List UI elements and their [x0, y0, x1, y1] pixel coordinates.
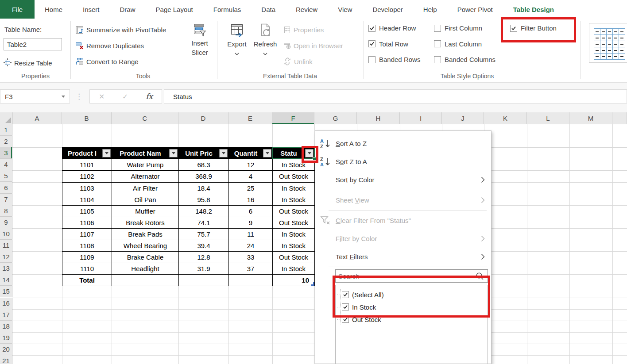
table-cell[interactable]: 31.9	[178, 263, 229, 275]
table-cell[interactable]: In Stock	[272, 159, 315, 171]
table-cell[interactable]: Out Stock	[272, 251, 315, 263]
column-header-partial[interactable]	[612, 112, 627, 124]
table-cell[interactable]: Out Stock	[272, 170, 315, 182]
export-dropdown-chevron[interactable]	[235, 49, 239, 57]
insert-slicer-button[interactable]: Insert Slicer	[186, 23, 213, 57]
table-cell[interactable]: 75.7	[178, 228, 229, 240]
column-header-m[interactable]: M	[569, 112, 612, 124]
remove-duplicates-button[interactable]: Remove Duplicates	[75, 41, 144, 50]
filter-button-unit-pric[interactable]	[219, 149, 228, 157]
enter-icon[interactable]: ✓	[122, 92, 128, 101]
table-cell[interactable]: 24	[228, 240, 273, 252]
table-cell[interactable]: Headlight	[112, 263, 179, 275]
row-header-6[interactable]: 6	[0, 182, 12, 194]
resize-table-button[interactable]: Resize Table	[4, 58, 52, 68]
name-box[interactable]: F3	[0, 89, 70, 103]
banded-rows-checkbox[interactable]	[368, 56, 375, 63]
row-header-21[interactable]: 21	[0, 355, 12, 364]
table-cell[interactable]: 1109	[62, 251, 112, 263]
table-cell[interactable]	[228, 274, 273, 286]
table-cell[interactable]: 12	[228, 159, 273, 171]
header-row-checkbox[interactable]	[368, 25, 375, 32]
menu-item-sort-a-to-z[interactable]: AZSort A to Z	[315, 134, 491, 153]
row-header-20[interactable]: 20	[0, 344, 12, 355]
row-header-14[interactable]: 14	[0, 274, 12, 286]
table-cell[interactable]: 368.9	[178, 170, 229, 182]
filter-value-checkbox[interactable]	[342, 291, 349, 298]
option-total-row[interactable]: Total Row	[368, 40, 408, 48]
option-banded-columns[interactable]: Banded Columns	[434, 56, 495, 63]
row-header-11[interactable]: 11	[0, 240, 12, 251]
row-header-13[interactable]: 13	[0, 263, 12, 274]
filter-value-checkbox[interactable]	[342, 303, 349, 310]
first-column-checkbox[interactable]	[434, 25, 441, 32]
refresh-dropdown-chevron[interactable]	[263, 49, 267, 57]
tab-table-design[interactable]: Table Design	[503, 0, 564, 19]
filter-value-select-all[interactable]: (Select All)	[336, 288, 488, 301]
selection-fill-handle[interactable]	[313, 157, 316, 161]
table-styles-gallery[interactable]	[589, 23, 627, 63]
table-cell[interactable]: Air Filter	[112, 182, 179, 194]
row-header-15[interactable]: 15	[0, 286, 12, 297]
row-header-7[interactable]: 7	[0, 194, 12, 205]
table-cell[interactable]: 95.8	[178, 194, 229, 206]
column-header-j[interactable]: J	[442, 112, 484, 124]
table-cell[interactable]: 4	[228, 170, 273, 182]
table-header-unit-pric[interactable]: Unit Pric	[178, 147, 229, 159]
table-header-statu[interactable]: Statu	[272, 147, 315, 159]
export-button[interactable]: Export	[224, 23, 250, 57]
total-row-checkbox[interactable]	[368, 40, 375, 47]
table-cell[interactable]: Brake Cable	[112, 251, 179, 263]
table-cell[interactable]: 25	[228, 182, 273, 194]
menu-item-filter-by-color[interactable]: Filter by Color	[315, 230, 491, 248]
search-icon[interactable]	[476, 272, 484, 282]
table-total-label[interactable]: Total	[62, 274, 112, 286]
table-header-product-i[interactable]: Product I	[62, 147, 112, 159]
table-cell[interactable]: 148.2	[178, 205, 229, 217]
cancel-icon[interactable]: ✕	[99, 92, 104, 101]
table-cell[interactable]: 1108	[62, 240, 112, 252]
filter-value-out-stock[interactable]: Out Stock	[336, 313, 488, 326]
table-cell[interactable]: 1103	[62, 182, 112, 194]
menu-item-sheet-view[interactable]: Sheet View	[315, 191, 491, 209]
row-header-4[interactable]: 4	[0, 159, 12, 170]
table-header-product-nam[interactable]: Product Nam	[112, 147, 179, 159]
tab-developer[interactable]: Developer	[362, 0, 413, 19]
tab-insert[interactable]: Insert	[73, 0, 110, 19]
filter-button-product-i[interactable]	[102, 149, 111, 157]
row-header-16[interactable]: 16	[0, 298, 12, 309]
unlink-button[interactable]: Unlink	[283, 57, 313, 66]
column-header-d[interactable]: D	[178, 112, 228, 124]
column-header-h[interactable]: H	[357, 112, 400, 124]
option-banded-rows[interactable]: Banded Rows	[368, 56, 420, 63]
filter-button-statu[interactable]	[305, 149, 314, 157]
row-header-1[interactable]: 1	[0, 124, 12, 136]
table-cell[interactable]: Oil Pan	[112, 194, 179, 206]
table-cell[interactable]	[178, 274, 229, 286]
summarize-with-pivottable-button[interactable]: Summarize with PivotTable	[75, 25, 166, 34]
filter-button-quantit[interactable]	[263, 149, 271, 157]
table-cell[interactable]: 16	[228, 194, 273, 206]
option-filter-button[interactable]: Filter Button	[510, 24, 557, 32]
table-cell[interactable]: In Stock	[272, 182, 315, 194]
row-header-2[interactable]: 2	[0, 136, 12, 147]
column-header-a[interactable]: A	[12, 112, 62, 124]
column-header-i[interactable]: I	[400, 112, 442, 124]
table-cell[interactable]: 33	[228, 251, 273, 263]
select-all-corner[interactable]	[0, 112, 12, 124]
row-header-5[interactable]: 5	[0, 170, 12, 182]
table-total-value[interactable]: 10	[272, 274, 315, 286]
column-header-k[interactable]: K	[484, 112, 527, 124]
tab-formulas[interactable]: Formulas	[203, 0, 252, 19]
table-cell[interactable]: In Stock	[272, 263, 315, 275]
tab-home[interactable]: Home	[35, 0, 73, 19]
tab-page-layout[interactable]: Page Layout	[146, 0, 203, 19]
table-cell[interactable]: 74.1	[178, 217, 229, 229]
tab-file[interactable]: File	[0, 0, 35, 19]
tab-review[interactable]: Review	[286, 0, 328, 19]
table-header-quantit[interactable]: Quantit	[228, 147, 273, 159]
row-header-12[interactable]: 12	[0, 251, 12, 263]
table-cell[interactable]: 1105	[62, 205, 112, 217]
filter-value-in-stock[interactable]: In Stock	[336, 301, 488, 313]
tab-view[interactable]: View	[328, 0, 362, 19]
